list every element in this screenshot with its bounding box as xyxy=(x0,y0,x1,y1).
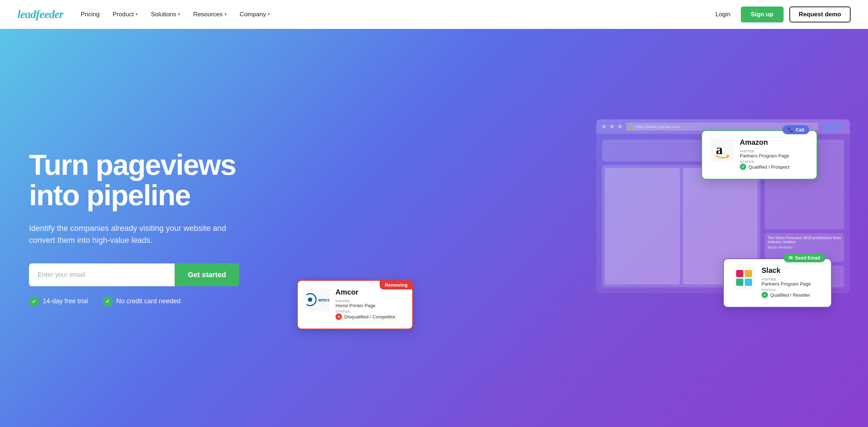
login-button[interactable]: Login xyxy=(711,8,735,21)
lock-icon: 🔒 xyxy=(629,124,634,129)
amazon-status-icon xyxy=(740,164,746,170)
amazon-lead-card: 📞 Call a Amazon VISITED Partners P xyxy=(701,130,817,179)
email-input[interactable] xyxy=(29,263,175,286)
amcor-status-row: STATUS Disqualified / Competitor xyxy=(335,310,404,320)
slack-status-icon xyxy=(761,292,768,298)
amazon-status-row: STATUS Qualified / Prospect xyxy=(740,160,808,170)
amcor-card-top: amcor Amcor VISITED Home Printer Page ST… xyxy=(306,288,404,321)
nav-solutions[interactable]: Solutions ▾ xyxy=(151,11,180,18)
slack-card-top: Slack VISITED Partners Program Page STAT… xyxy=(733,266,822,300)
hero-form: Get started xyxy=(29,263,239,286)
nav-links: Pricing Product ▾ Solutions ▾ Resources … xyxy=(81,11,711,18)
check-icon-card xyxy=(103,296,113,306)
removing-badge: Removing xyxy=(380,280,413,289)
amcor-status-icon xyxy=(335,313,342,320)
hero-section: Turn pageviews into pipeline Identify th… xyxy=(0,29,868,427)
nav-resources[interactable]: Resources ▾ xyxy=(193,11,226,18)
nav-product[interactable]: Product ▾ xyxy=(113,11,138,18)
request-demo-button[interactable]: Request demo xyxy=(789,7,851,22)
slack-visited-row: VISITED Partners Program Page xyxy=(761,278,822,287)
free-trial-check: 14-day free trial xyxy=(29,296,88,306)
email-icon: ✉ xyxy=(789,255,793,261)
amazon-card-top: a Amazon VISITED Partners Program Page S… xyxy=(711,138,808,172)
call-badge: 📞 Call xyxy=(783,125,809,134)
amcor-visited-row: VISITED Home Printer Page xyxy=(335,299,404,308)
nav-actions: Login Sign up Request demo xyxy=(711,7,851,22)
amazon-info: Amazon VISITED Partners Program Page STA… xyxy=(740,138,808,172)
hero-headline: Turn pageviews into pipeline xyxy=(29,150,290,211)
browser-dot-2 xyxy=(610,125,614,128)
hero-subheadline: Identify the companies already visiting … xyxy=(29,222,246,246)
hero-illustration: 🔒 https://www.yoursite.com The Video xyxy=(290,119,839,337)
slack-company-name: Slack xyxy=(761,266,822,275)
no-card-check: No credit card needed xyxy=(103,296,180,306)
hero-checks: 14-day free trial No credit card needed xyxy=(29,296,290,306)
signup-button[interactable]: Sign up xyxy=(741,7,784,22)
slack-info: Slack VISITED Partners Program Page STAT… xyxy=(761,266,822,300)
amazon-logo: a xyxy=(711,138,734,161)
hero-left: Turn pageviews into pipeline Identify th… xyxy=(29,150,290,306)
check-icon-trial xyxy=(29,296,39,306)
amazon-visited-row: VISITED Partners Program Page xyxy=(740,149,808,158)
amcor-info: Amcor VISITED Home Printer Page STATUS D… xyxy=(335,288,404,321)
company-chevron-icon: ▾ xyxy=(268,12,270,17)
nav-pricing[interactable]: Pricing xyxy=(81,11,100,18)
nav-company[interactable]: Company ▾ xyxy=(240,11,270,18)
email-badge: ✉ Send Email xyxy=(784,253,825,262)
resources-chevron-icon: ▾ xyxy=(225,12,227,17)
solutions-chevron-icon: ▾ xyxy=(178,12,180,17)
amazon-company-name: Amazon xyxy=(740,138,808,147)
amcor-logo: amcor xyxy=(306,288,330,311)
browser-dot-1 xyxy=(602,125,606,128)
get-started-button[interactable]: Get started xyxy=(175,263,239,286)
phone-icon: 📞 xyxy=(788,127,793,132)
browser-dot-3 xyxy=(618,125,622,128)
slack-logo xyxy=(733,266,756,289)
product-chevron-icon: ▾ xyxy=(135,12,138,17)
slack-status-row: STATUS Qualified / Reseller xyxy=(761,288,822,298)
slack-lead-card: ✉ Send Email Slack VISITED Partn xyxy=(723,258,832,308)
navbar: leadfeeder Pricing Product ▾ Solutions ▾… xyxy=(0,0,868,29)
logo[interactable]: leadfeeder xyxy=(17,8,63,21)
svg-text:a: a xyxy=(716,142,723,157)
amcor-lead-card: Removing amcor Amcor VISITED Home Printe… xyxy=(297,280,413,329)
